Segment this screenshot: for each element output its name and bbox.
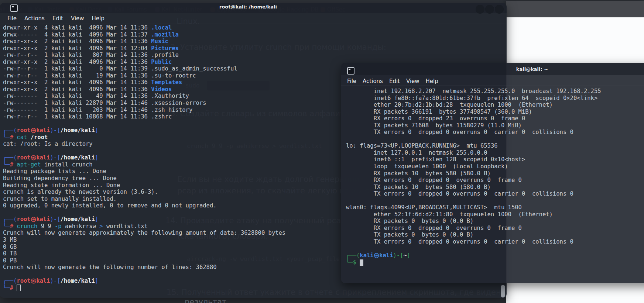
terminal-line: -rw-r--r-- 1 kali kali 0 Mar 14 11:39 .s… [3, 65, 285, 72]
terminal-line: Reading state information ... Done [3, 182, 285, 189]
menu-item-edit[interactable]: Edit [389, 78, 400, 85]
menu-item-help[interactable]: Help [92, 15, 105, 22]
terminal-line: └─# cat /root [3, 134, 285, 141]
background-window-titlebar[interactable] [506, 1, 644, 17]
terminal-icon [10, 4, 18, 12]
terminal-root-title: root@kali: /home/kali [219, 4, 277, 10]
menu-item-view[interactable]: View [71, 15, 84, 22]
terminal-line: inet6 ::1 prefixlen 128 scopeid 0×10<hos… [346, 156, 601, 163]
minimize-button[interactable] [476, 5, 484, 14]
terminal-line [346, 245, 601, 252]
terminal-kali-output[interactable]: inet 192.168.2.207 netmask 255.255.255.0… [346, 88, 601, 266]
menubar-separator [0, 24, 507, 24]
terminal-line: crunch is already the newest version (3.… [3, 189, 285, 196]
menu-item-actions[interactable]: Actions [363, 78, 383, 85]
terminal-line: -rw------- 1 kali kali 49 Mar 14 11:36 .… [3, 93, 285, 100]
terminal-line: drwxr-xr-x 4 kali kali 4096 Mar 14 11:36… [3, 24, 285, 31]
terminal-line: -rw-r--r-- 1 kali kali 19 Mar 14 11:36 .… [3, 72, 285, 79]
terminal-kali-menubar: FileActionsEditViewHelp [347, 77, 438, 86]
page-text-fragment: результат [185, 297, 226, 303]
terminal-line: TX errors 0 dropped 0 overruns 0 carrier… [346, 190, 601, 197]
terminal-line: TX errors 0 dropped 0 overruns 0 carrier… [346, 129, 601, 136]
menu-item-file[interactable]: File [347, 78, 356, 85]
terminal-kali-title: kali@kali: ~ [341, 66, 644, 72]
terminal-line: inet 192.168.2.207 netmask 255.255.255.0… [346, 88, 601, 95]
terminal-line: drwxr-xr-x 2 kali kali 4096 Mar 14 11:36… [3, 79, 285, 86]
terminal-line: └─# [3, 285, 285, 292]
terminal-line: inet6 fe80::fa7a:801d:61be:37fb prefixle… [346, 95, 601, 102]
menu-item-actions[interactable]: Actions [24, 15, 45, 22]
terminal-line: 0 TB [3, 250, 285, 257]
terminal-line: Crunch will now generate the following n… [3, 264, 285, 271]
terminal-line: drwxr-xr-x 2 kali kali 4096 Mar 14 11:36… [3, 59, 285, 66]
terminal-line: lo: flags=73<UP,LOOPBACK,RUNNING> mtu 65… [346, 142, 601, 149]
menu-item-edit[interactable]: Edit [52, 15, 63, 22]
terminal-line: 0 upgraded, 0 newly installed, 0 to remo… [3, 202, 285, 209]
terminal-line: ┌──(root㉿kali)-[/home/kali] [3, 154, 285, 161]
terminal-line [3, 120, 285, 127]
terminal-line: inet 127.0.0.1 netmask 255.0.0.0 [346, 149, 601, 156]
terminal-line: ether 20:7b:d2:1b:bd:28 txqueuelen 1000 … [346, 101, 601, 109]
menu-item-view[interactable]: View [406, 78, 419, 85]
terminal-line: TX packets 71608 bytes 11580279 (11.0 Mi… [346, 122, 601, 129]
terminal-line: -rw-r--r-- 1 kali kali 807 Mar 14 11:36 … [3, 52, 285, 59]
terminal-line: drwx------ 4 kali kali 4096 Mar 14 11:37… [3, 31, 285, 38]
terminal-line: ┌──(root㉿kali)-[/home/kali] [3, 216, 285, 223]
scrollbar-thumb[interactable] [501, 285, 505, 297]
terminal-line: 0 GB [3, 244, 285, 251]
terminal-line: RX packets 366191 bytes 377498547 (360.0… [346, 109, 601, 116]
terminal-line: RX errors 0 dropped 23 overruns 0 frame … [346, 115, 601, 122]
terminal-line: -rw------- 1 kali kali 22870 Mar 14 11:4… [3, 100, 285, 107]
terminal-line: ┌──(kali㉿kali)-[~] [346, 252, 601, 259]
terminal-root-output[interactable]: drwxr-xr-x 4 kali kali 4096 Mar 14 11:36… [3, 24, 285, 291]
terminal-line: ether 52:1f:6d:d2:11:80 txqueuelen 1000 … [346, 211, 601, 218]
terminal-line: Building dependency tree ... Done [3, 175, 285, 182]
terminal-line: 0 PB [3, 257, 285, 264]
terminal-line: RX errors 0 dropped 0 overruns 0 frame 0 [346, 225, 601, 232]
menu-item-file[interactable]: File [7, 15, 17, 22]
terminal-line [3, 271, 285, 278]
terminal-line: ┌──(root㉿kali)-[/home/kali] [3, 278, 285, 285]
menu-item-help[interactable]: Help [426, 78, 438, 85]
terminal-line: wlan0: flags=4099<UP,BROADCAST,MULTICAST… [346, 204, 601, 211]
menubar-separator [341, 86, 644, 86]
terminal-line: cat: /root: Is a directory [3, 141, 285, 148]
terminal-line [346, 197, 601, 204]
terminal-line: drwxr-xr-x 2 kali kali 4096 Mar 14 12:04… [3, 45, 285, 52]
terminal-line: drwxr-xr-x 2 kali kali 4096 Mar 14 11:36… [3, 38, 285, 45]
terminal-line: TX packets 0 bytes 0 (0.0 B) [346, 231, 601, 238]
terminal-window-kali[interactable]: kali@kali: ~ FileActionsEditViewHelp ine… [341, 63, 644, 283]
terminal-line: Crunch will now generate approximately t… [3, 230, 285, 237]
terminal-line: drwxr-xr-x 2 kali kali 4096 Mar 14 11:36… [3, 86, 285, 93]
terminal-line [3, 148, 285, 155]
terminal-line: crunch set to manually installed. [3, 196, 285, 203]
terminal-line [3, 209, 285, 216]
terminal-line: RX packets 10 bytes 580 (580.0 B) [346, 170, 601, 177]
terminal-root-menubar: FileActionsEditViewHelp [7, 14, 105, 23]
terminal-line: RX errors 0 dropped 0 overruns 0 frame 0 [346, 177, 601, 184]
close-button[interactable] [495, 5, 504, 14]
terminal-line: TX packets 10 bytes 580 (580.0 B) [346, 184, 601, 191]
terminal-root-titlebar[interactable]: root@kali: /home/kali [0, 3, 507, 13]
terminal-line [346, 136, 601, 143]
terminal-line: -rw-r--r-- 1 kali kali 10868 Mar 14 11:3… [3, 113, 285, 120]
terminal-line: TX errors 0 dropped 0 overruns 0 carrier… [346, 238, 601, 245]
terminal-line: Reading package lists ... Done [3, 168, 285, 175]
terminal-line: RX packets 0 bytes 0 (0.0 B) [346, 218, 601, 225]
terminal-line: -rw------- 1 kali kali 203 Mar 14 11:46 … [3, 107, 285, 114]
terminal-line: └─# crunch 9 9 -p aehikrrsw > wordlist.t… [3, 223, 285, 230]
terminal-line: ┌──(root㉿kali)-[/home/kali] [3, 127, 285, 134]
terminal-line: loop txqueuelen 1000 (Local Loopback) [346, 163, 601, 170]
maximize-button[interactable] [485, 5, 494, 14]
terminal-kali-titlebar[interactable]: kali@kali: ~ [341, 63, 644, 75]
terminal-line: └─$ [346, 259, 601, 266]
terminal-line: 3 MB [3, 237, 285, 244]
terminal-line: └─# apt-get install crunch [3, 161, 285, 168]
